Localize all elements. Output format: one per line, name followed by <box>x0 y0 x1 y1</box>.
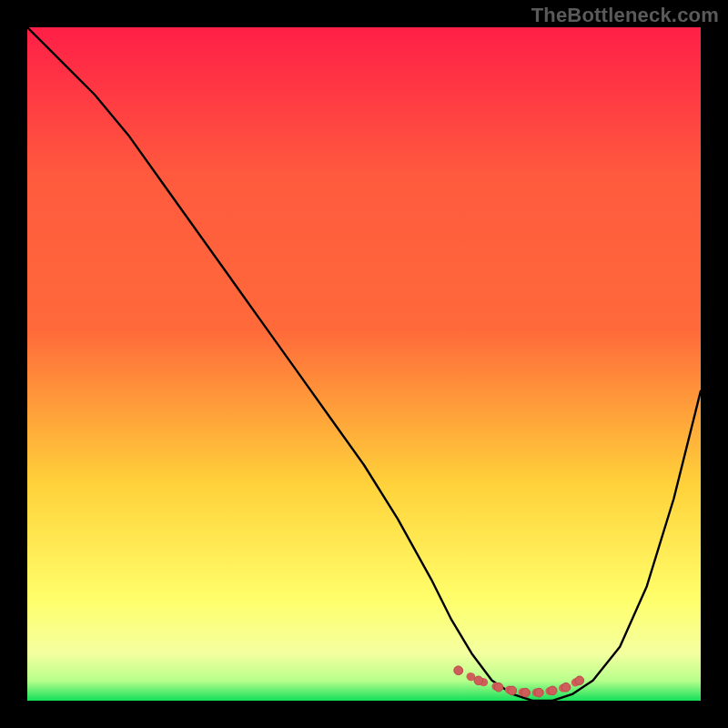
marker-dot <box>575 676 584 685</box>
chart-frame: TheBottleneck.com <box>0 0 728 728</box>
marker-dot <box>508 686 517 695</box>
marker-dot <box>535 688 544 697</box>
bottleneck-chart <box>27 27 701 701</box>
marker-dot <box>474 676 483 685</box>
marker-dot <box>454 666 463 675</box>
marker-dot <box>494 682 503 692</box>
gradient-background <box>27 27 701 701</box>
marker-dot <box>561 682 571 692</box>
marker-dot <box>521 688 531 697</box>
marker-dot <box>548 686 557 695</box>
watermark-text: TheBottleneck.com <box>531 4 719 27</box>
plot-area <box>27 27 701 701</box>
